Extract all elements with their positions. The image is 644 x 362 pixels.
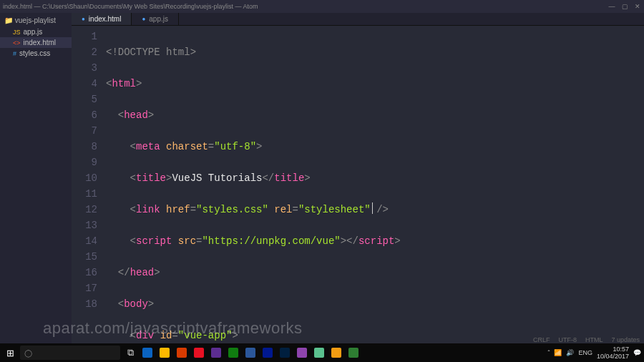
app-icon[interactable] [209,346,223,360]
window-close[interactable]: ✕ [634,3,641,10]
tray-volume-icon[interactable]: 🔊 [566,349,574,356]
status-crlf[interactable]: CRLF [533,336,550,343]
css-file-icon: # [13,50,16,57]
tab-app-js[interactable]: ● app.js [132,13,179,25]
system-tray[interactable]: ˆ 📶 🔊 ENG 10:57 10/04/2017 💬 [547,346,641,360]
file-tree[interactable]: 📁 vuejs-playlist JS app.js <> index.html… [0,13,72,343]
tab-label: app.js [149,15,168,23]
status-updates[interactable]: 7 updates [611,336,640,343]
status-language[interactable]: HTML [585,336,603,343]
app-icon[interactable] [346,346,361,360]
tree-item-indexhtml[interactable]: <> index.html [0,37,72,48]
windows-taskbar[interactable]: ⊞ ◯ ⧉ ˆ 📶 🔊 ENG 10:57 10/04/2017 💬 [0,343,644,362]
line-gutter: 123 456 789 101112 131415 161718 [72,29,106,362]
tray-network-icon[interactable]: 📶 [554,349,562,356]
modified-dot-icon: ● [142,16,145,22]
html-file-icon: <> [13,39,21,47]
app-icon[interactable] [295,346,309,360]
tree-item-label: styles.css [19,49,50,57]
app-icon[interactable] [278,346,292,360]
js-file-icon: JS [13,29,21,36]
app-icon[interactable] [157,346,172,360]
app-icon[interactable] [226,346,240,360]
taskbar-search[interactable]: ◯ [20,346,120,360]
tray-notifications-icon[interactable]: 💬 [633,349,641,356]
app-icon[interactable] [312,346,326,360]
tab-index-html[interactable]: ● index.html [72,13,132,25]
folder-icon: 📁 [4,16,13,24]
code-content[interactable]: <!DOCTYPE html> <html> <head> <meta char… [106,29,644,362]
cortana-icon: ◯ [24,349,32,357]
project-label: vuejs-playlist [15,16,56,24]
app-icon[interactable] [192,346,206,360]
tree-item-label: app.js [24,28,43,36]
tree-item-label: index.html [24,39,57,47]
window-title: index.html — C:\Users\Shaun\Documents\My… [3,3,258,10]
editor: ● index.html ● app.js 123 456 789 101112… [72,13,644,343]
app-icon[interactable] [260,346,275,360]
start-button[interactable]: ⊞ [3,346,17,360]
tree-item-appjs[interactable]: JS app.js [0,26,72,37]
app-icon[interactable] [329,346,343,360]
status-bar: CRLF UTF-8 HTML 7 updates [533,336,640,343]
project-root[interactable]: 📁 vuejs-playlist [0,14,72,26]
code-area[interactable]: 123 456 789 101112 131415 161718 <!DOCTY… [72,26,644,362]
text-cursor [372,202,373,214]
window-maximize[interactable]: ▢ [621,3,628,10]
window-minimize[interactable]: — [608,3,615,10]
status-encoding[interactable]: UTF-8 [558,336,577,343]
modified-dot-icon: ● [82,16,85,22]
tray-chevron-up-icon[interactable]: ˆ [547,349,550,356]
app-icon[interactable] [243,346,258,360]
task-view-icon[interactable]: ⧉ [123,346,137,360]
app-icon[interactable] [140,346,155,360]
editor-tabs: ● index.html ● app.js [72,13,644,26]
tray-language[interactable]: ENG [578,349,592,356]
tab-label: index.html [89,15,122,23]
tray-time[interactable]: 10:57 [597,346,629,353]
tree-item-stylescss[interactable]: # styles.css [0,48,72,59]
app-icon[interactable] [175,346,189,360]
window-titlebar: index.html — C:\Users\Shaun\Documents\My… [0,0,644,13]
tray-date[interactable]: 10/04/2017 [597,353,629,360]
